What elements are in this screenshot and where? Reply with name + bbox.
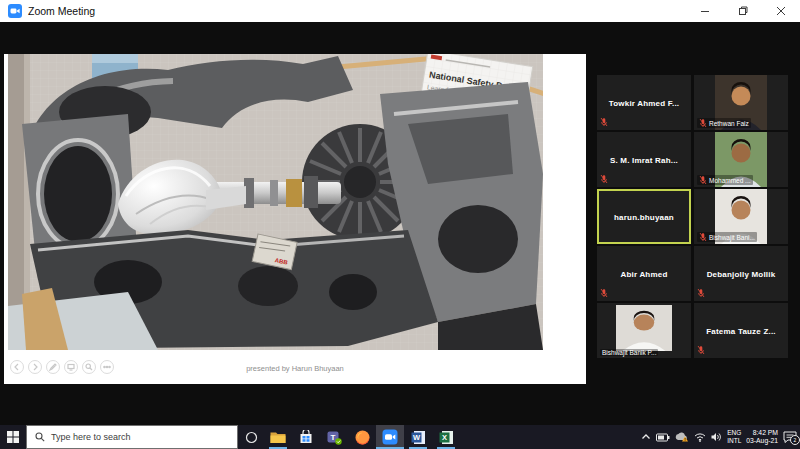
taskbar-app-firefox[interactable] xyxy=(348,425,376,449)
participant-tile[interactable]: Rethwan Faiz xyxy=(694,75,788,130)
battery-icon[interactable] xyxy=(656,433,670,442)
more-options-button[interactable] xyxy=(100,360,114,374)
monitor-icon xyxy=(67,363,75,371)
shared-screen-slide: Na National Safety Day Learn from Disast… xyxy=(4,54,586,384)
participant-name: Debanjolly Mollik xyxy=(694,269,788,278)
wifi-icon[interactable] xyxy=(694,433,706,442)
taskbar-app-zoom[interactable] xyxy=(376,425,404,449)
prev-page-button[interactable] xyxy=(10,360,24,374)
svg-text:X: X xyxy=(441,433,446,442)
taskbar-app-file-explorer[interactable] xyxy=(264,425,292,449)
svg-text:T: T xyxy=(330,433,335,442)
cortana-button[interactable] xyxy=(238,425,264,449)
slide-toolbar xyxy=(10,360,114,374)
svg-text:W: W xyxy=(412,433,420,442)
participant-tile[interactable]: Towkir Ahmed F... xyxy=(597,75,691,130)
taskbar-app-microsoft-teams[interactable]: T xyxy=(320,425,348,449)
participant-grid: Towkir Ahmed F...Rethwan FaizS. M. Imrat… xyxy=(597,75,788,358)
participant-tile[interactable]: Fatema Tauze Z... xyxy=(694,303,788,358)
participant-name: Mohammed ... xyxy=(709,177,751,184)
zoom-magnifier-button[interactable] xyxy=(82,360,96,374)
system-tray: ENG INTL 8:42 PM 03-Aug-21 2 xyxy=(641,425,800,449)
microsoft-store-icon xyxy=(299,430,313,444)
participant-name: Bishwajit Banik P... xyxy=(602,349,656,356)
language-indicator[interactable]: ENG INTL xyxy=(727,429,741,445)
taskbar-app-row: TWX xyxy=(264,425,460,449)
window-title: Zoom Meeting xyxy=(28,5,95,17)
next-arrow-icon xyxy=(31,363,39,371)
muted-mic-icon xyxy=(600,174,608,184)
participant-name-row: Bishwajit Bani... xyxy=(697,232,757,242)
window-titlebar: Zoom Meeting xyxy=(0,0,800,22)
engine-cutaway-photo: Na National Safety Day Learn from Disast… xyxy=(8,54,543,350)
participant-name: Fatema Tauze Z... xyxy=(694,326,788,335)
search-icon xyxy=(35,432,45,442)
participant-tile[interactable]: Bishwajit Banik P... xyxy=(597,303,691,358)
notification-count-badge: 2 xyxy=(790,435,800,445)
magnifier-icon xyxy=(85,363,93,371)
participant-name-row: Mohammed ... xyxy=(697,175,753,185)
muted-mic-icon xyxy=(697,345,705,355)
participant-name: Abir Ahmed xyxy=(597,269,691,278)
participant-name: S. M. Imrat Rah... xyxy=(597,155,691,164)
minimize-icon xyxy=(700,6,710,16)
firefox-icon xyxy=(355,430,370,445)
prev-arrow-icon xyxy=(13,363,21,371)
excel-icon: X xyxy=(439,430,454,445)
start-button[interactable] xyxy=(0,425,26,449)
taskbar-app-word[interactable]: W xyxy=(404,425,432,449)
participant-name-row: Rethwan Faiz xyxy=(697,118,751,128)
onedrive-warning-icon[interactable] xyxy=(675,432,689,442)
muted-mic-icon xyxy=(699,118,707,128)
meeting-content: Na National Safety Day Learn from Disast… xyxy=(0,22,800,425)
desktop: { "window": { "title": "Zoom Meeting" },… xyxy=(0,0,800,449)
participant-tile[interactable]: Abir Ahmed xyxy=(597,246,691,301)
cortana-icon xyxy=(245,431,258,444)
close-button[interactable] xyxy=(762,0,800,22)
microsoft-teams-icon: T xyxy=(327,430,342,445)
participant-name: Towkir Ahmed F... xyxy=(597,98,691,107)
clock-date: 03-Aug-21 xyxy=(746,437,778,445)
close-icon xyxy=(776,6,786,16)
participant-tile[interactable]: Bishwajit Bani... xyxy=(694,189,788,244)
maximize-button[interactable] xyxy=(724,0,762,22)
taskbar: Type here to search TWX ENG INTL 8:42 PM… xyxy=(0,425,800,449)
windows-logo-icon xyxy=(7,431,19,443)
muted-mic-icon xyxy=(697,288,705,298)
display-mode-button[interactable] xyxy=(64,360,78,374)
file-explorer-icon xyxy=(270,431,286,444)
participant-tile[interactable]: harun.bhuyaan xyxy=(597,189,691,244)
search-box[interactable]: Type here to search xyxy=(26,425,238,449)
action-center-button[interactable]: 2 xyxy=(783,431,797,443)
annotate-pen-button[interactable] xyxy=(46,360,60,374)
taskbar-clock[interactable]: 8:42 PM 03-Aug-21 xyxy=(746,429,778,446)
clock-time: 8:42 PM xyxy=(746,429,778,437)
muted-mic-icon xyxy=(699,175,707,185)
participant-name: harun.bhuyaan xyxy=(597,212,691,221)
participant-name: Bishwajit Bani... xyxy=(709,234,755,241)
video-camera-icon xyxy=(10,6,20,16)
next-page-button[interactable] xyxy=(28,360,42,374)
ellipsis-icon xyxy=(103,363,111,371)
participant-tile[interactable]: Debanjolly Mollik xyxy=(694,246,788,301)
muted-mic-icon xyxy=(699,232,707,242)
muted-mic-icon xyxy=(600,117,608,127)
zoom-icon xyxy=(382,429,398,445)
pen-icon xyxy=(49,363,57,371)
speaker-icon[interactable] xyxy=(711,432,722,442)
participant-name: Rethwan Faiz xyxy=(709,120,749,127)
participant-tile[interactable]: S. M. Imrat Rah... xyxy=(597,132,691,187)
taskbar-app-microsoft-store[interactable] xyxy=(292,425,320,449)
hidden-icons-chevron[interactable] xyxy=(641,433,651,441)
muted-mic-icon xyxy=(600,288,608,298)
minimize-button[interactable] xyxy=(686,0,724,22)
engine-cutaway-illustration: Na National Safety Day Learn from Disast… xyxy=(8,54,543,350)
participant-video-portrait xyxy=(616,305,672,351)
word-icon: W xyxy=(411,430,426,445)
search-placeholder-text: Type here to search xyxy=(51,432,131,442)
zoom-app-icon xyxy=(8,4,22,18)
participant-name-row: Bishwajit Banik P... xyxy=(600,349,658,356)
taskbar-app-excel[interactable]: X xyxy=(432,425,460,449)
restore-icon xyxy=(738,6,748,16)
participant-tile[interactable]: Mohammed ... xyxy=(694,132,788,187)
